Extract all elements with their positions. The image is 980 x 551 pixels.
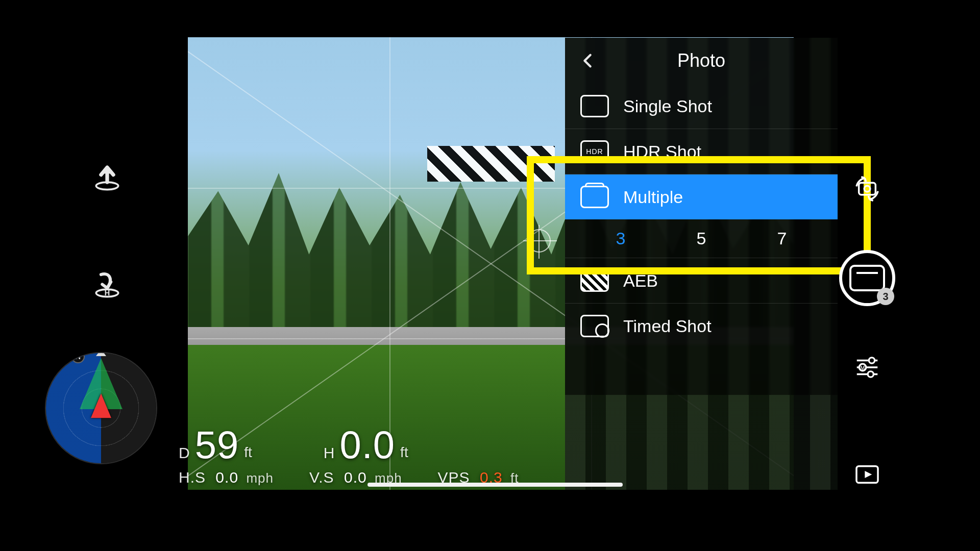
aeb-icon [580, 269, 609, 292]
telemetry-distance: D 59 ft [179, 422, 252, 467]
home-indicator [368, 483, 623, 487]
app-stage: H N D 59 ft H 0.0 ft H.S [0, 0, 980, 551]
shutter-button[interactable]: 3 [839, 250, 895, 306]
settings-sliders-icon: M [853, 354, 881, 381]
chevron-left-icon [579, 52, 596, 69]
takeoff-button[interactable] [89, 158, 125, 194]
telemetry-height: H 0.0 ft [324, 422, 408, 467]
left-controls: H [77, 158, 138, 301]
aircraft-arrow [91, 393, 111, 418]
option-label: Multiple [623, 187, 683, 207]
hdr-shot-icon [580, 140, 609, 163]
camera-settings-button[interactable]: M [852, 352, 883, 383]
attitude-compass[interactable]: N [45, 352, 157, 464]
right-controls: 3 M [839, 173, 895, 490]
photo-mode-aeb[interactable]: AEB [565, 258, 838, 303]
svg-point-8 [869, 358, 874, 363]
focus-crosshair[interactable] [527, 229, 551, 253]
svg-text:M: M [861, 365, 865, 371]
svg-point-11 [868, 371, 873, 377]
playback-button[interactable] [852, 459, 883, 490]
playback-icon [853, 460, 881, 489]
telemetry-readout: D 59 ft H 0.0 ft H.S 0.0 mph V.S 0.0 mph [179, 422, 638, 478]
burst-icon [849, 265, 885, 291]
photo-mode-single[interactable]: Single Shot [565, 84, 838, 129]
svg-text:H: H [105, 289, 110, 297]
photo-mode-hdr[interactable]: HDR Shot [565, 129, 838, 174]
option-label: Single Shot [623, 96, 712, 116]
option-label: Timed Shot [623, 316, 712, 336]
multiple-shot-icon [580, 186, 609, 208]
multiple-count-row: 3 5 7 [565, 219, 838, 258]
option-label: AEB [623, 271, 658, 291]
multiple-count-5[interactable]: 5 [697, 229, 706, 248]
single-shot-icon [580, 95, 609, 117]
photo-mode-panel: Photo Single Shot HDR Shot Multiple 3 5 … [565, 38, 838, 395]
photo-mode-timed[interactable]: Timed Shot [565, 304, 838, 348]
obstacle-warning-stripes [427, 146, 555, 182]
timed-shot-icon [580, 315, 609, 337]
compass-tick [96, 352, 106, 356]
option-label: HDR Shot [623, 142, 701, 162]
svg-rect-3 [859, 183, 876, 194]
photo-mode-multiple[interactable]: Multiple [565, 174, 838, 219]
telemetry-unit: ft [400, 444, 408, 467]
multiple-count-7[interactable]: 7 [777, 229, 787, 248]
camera-switch-button[interactable] [852, 173, 883, 204]
return-home-button[interactable]: H [89, 265, 125, 301]
svg-point-4 [864, 186, 870, 192]
telemetry-label: D [179, 444, 190, 467]
shutter-count-badge: 3 [877, 288, 894, 305]
multiple-count-3[interactable]: 3 [616, 229, 626, 248]
camera-switch-icon [853, 174, 881, 203]
takeoff-icon [92, 161, 122, 191]
telemetry-unit: ft [244, 444, 252, 467]
telemetry-label: H [324, 444, 335, 467]
panel-back-button[interactable] [577, 51, 598, 71]
telemetry-value: 0.0 [339, 422, 395, 467]
panel-title: Photo [677, 50, 725, 71]
return-home-icon: H [92, 268, 122, 298]
telemetry-hspeed: H.S 0.0 mph [179, 469, 274, 486]
telemetry-value: 59 [195, 422, 239, 467]
